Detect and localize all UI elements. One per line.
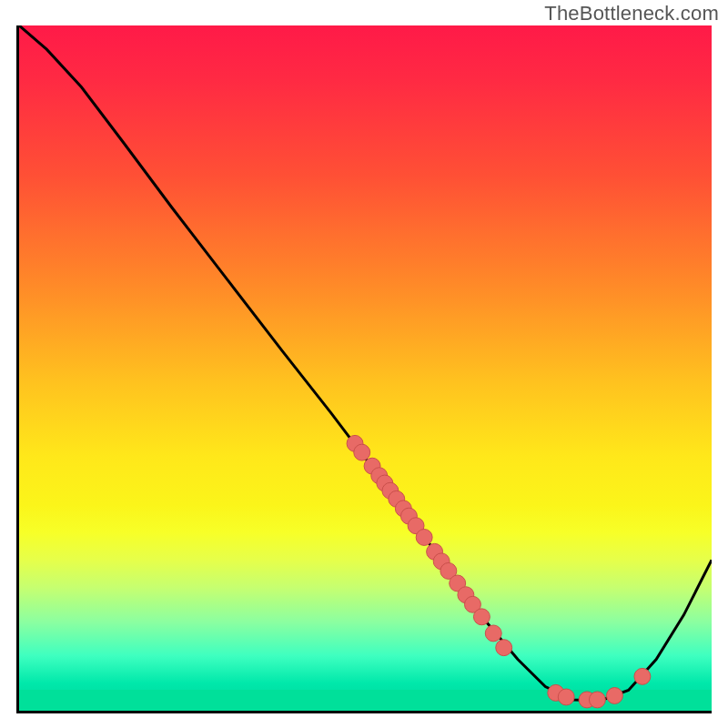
plot-area: [16, 25, 712, 713]
data-point-marker: [496, 640, 512, 656]
data-point-marker: [558, 689, 574, 705]
chart-container: TheBottleneck.com: [0, 0, 728, 728]
data-point-marker: [473, 609, 490, 625]
data-point-markers: [347, 435, 651, 708]
bottleneck-curve: [19, 25, 712, 701]
data-point-marker: [634, 668, 651, 684]
watermark-text: TheBottleneck.com: [544, 2, 719, 25]
data-point-marker: [589, 692, 605, 708]
data-point-marker: [416, 529, 432, 545]
data-point-marker: [485, 625, 501, 642]
data-point-marker: [354, 444, 370, 460]
chart-svg-overlay: [19, 25, 712, 711]
data-point-marker: [606, 688, 622, 704]
